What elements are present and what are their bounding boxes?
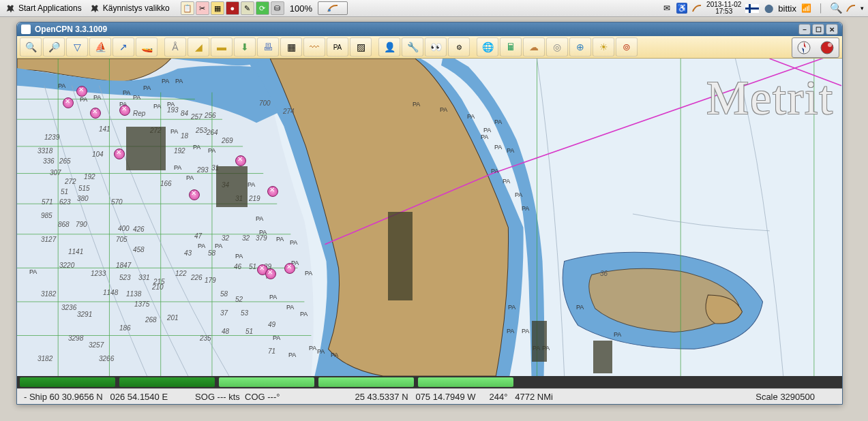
chart-segment[interactable] [318,377,414,387]
notes-icon[interactable]: ▦ [211,1,224,15]
watchdog-button[interactable]: ☀ [593,37,614,57]
search-icon[interactable]: 🔍 [830,3,841,14]
minimize-button[interactable]: – [798,24,811,35]
waypoint-marker[interactable] [76,86,87,97]
svg-point-0 [328,9,331,12]
flag-finland-icon[interactable] [745,4,759,13]
waypoint-marker[interactable] [63,97,74,108]
status-ship: - Ship 60 30.9656 N 026 54.1540 E [17,392,175,402]
opencpn-app-icon [21,25,31,34]
os-taskbar: Start Applications Käynnistys valikko 📋 … [0,0,868,17]
status-dist: 4772 NMi [515,392,553,402]
no-data-patch [388,212,413,300]
status-cursor-lon: 075 14.7949 W [415,392,475,402]
no-data-patch [216,166,248,207]
chart-piano-bar[interactable] [17,376,842,388]
binoculars-button[interactable]: 👀 [425,37,447,57]
status-sog: SOG --- kts [195,392,240,402]
main-toolbar: 🔍 🔎 ▽ ⛵ ↗ 🚤 Å ◢ ▬ ⬇ 🖶 ▦ 〰 PA ▨ 👤 🔧 👀 ⚙ 🌐… [17,36,842,59]
user-label: bittix [778,3,796,14]
zoom-percent: 100% [290,3,312,14]
opencpn-window: OpenCPN 3.3.1009 – ☐ ✕ 🔍 🔎 ▽ ⛵ ↗ 🚤 Å ◢ ▬… [16,22,843,405]
gps-status-icon [820,40,835,55]
scale-chart-button[interactable]: ▽ [66,37,88,57]
globe-button[interactable]: 🌐 [477,37,498,57]
separator-icon: │ [815,3,826,14]
colors-button[interactable]: ▦ [280,37,302,57]
grid-button[interactable]: ▨ [350,37,372,57]
no-data-patch [126,127,166,170]
no-data-patch [593,341,612,373]
track-button[interactable]: 〰 [303,37,325,57]
waypoint-marker[interactable] [267,186,278,197]
clock[interactable]: 2013-11-02 17:53 [706,1,741,15]
waypoint-marker[interactable] [90,108,101,119]
tray-chevron[interactable]: ▾ [860,5,864,12]
compass-icon [796,40,811,55]
chart-canvas[interactable]: Metrit 123933183362653072725157162398586… [17,59,842,376]
print-button[interactable]: 🖶 [257,37,279,57]
svg-point-2 [821,42,833,54]
status-cog: COG ---° [245,392,280,402]
close-button[interactable]: ✕ [826,24,838,35]
waypoint-marker[interactable] [235,155,246,166]
waypoint-marker[interactable] [189,189,200,200]
help-button[interactable]: ⊚ [616,37,638,57]
disk-icon[interactable]: ⛁ [271,1,284,15]
svg-point-3 [828,43,832,47]
status-bearing: 244° [490,392,508,402]
pen-icon[interactable]: ✎ [241,1,254,15]
opencpn-tray-icon-2[interactable] [845,3,856,14]
cat-icon [90,3,101,14]
folder-button[interactable]: ▬ [211,37,233,57]
clipboard-icon[interactable]: 📋 [181,1,194,15]
clock-time: 17:53 [706,8,741,15]
accessibility-icon[interactable]: ♿ [676,3,687,14]
route-manager-button[interactable]: 🚤 [136,37,158,57]
start-menu-finnish[interactable]: Käynnistys valikko [87,1,173,15]
opencpn-tray-icon[interactable] [691,3,702,14]
mail-icon[interactable]: ✉ [661,3,672,14]
tides-button[interactable]: Å [164,37,186,57]
calculator-button[interactable]: 🖩 [500,37,522,57]
scissors-icon[interactable]: ✂ [196,1,209,15]
chart-svg [17,59,842,376]
waypoint-marker[interactable] [284,263,295,274]
status-bar: - Ship 60 30.9656 N 026 54.1540 E SOG --… [17,388,842,404]
start-applications-menu[interactable]: Start Applications [3,1,85,15]
status-scale-value: 3290500 [780,392,815,402]
quicklaunch-tray: 📋 ✂ ▦ ● ✎ ⟳ ⛁ 100% [181,1,348,15]
globe-icon[interactable]: ⬤ [763,3,774,14]
pa-toggle-button[interactable]: PA [327,37,348,57]
chart-segment[interactable] [418,377,513,387]
record-icon[interactable]: ● [226,1,239,15]
wrench-button[interactable]: 🔧 [402,37,423,57]
refresh-icon[interactable]: ⟳ [256,1,269,15]
route-create-button[interactable]: ↗ [113,37,134,57]
zoom-out-button[interactable]: 🔎 [43,37,65,57]
cat-icon [5,3,16,14]
waypoint-marker[interactable] [119,105,130,116]
grib-button[interactable]: ☁ [523,37,545,57]
chart-download-button[interactable]: ⬇ [234,37,256,57]
currents-button[interactable]: ◢ [188,37,209,57]
zoom-in-button[interactable]: 🔍 [20,37,42,57]
chart-segment[interactable] [219,377,314,387]
maximize-button[interactable]: ☐ [812,24,824,35]
chart-segment[interactable] [119,377,215,387]
radar-button[interactable]: ◎ [546,37,568,57]
window-title: OpenCPN 3.3.1009 [35,25,107,34]
waypoint-marker[interactable] [114,149,125,159]
waypoint-marker[interactable] [265,268,276,279]
start-menu-fi-label: Käynnistys valikko [103,3,170,13]
status-cursor-lat: 25 43.5337 N [355,392,408,402]
wifi-icon[interactable]: 📶 [800,3,811,14]
chart-segment[interactable] [20,377,115,387]
settings-button[interactable]: ⚙ [448,37,470,57]
wmm-button[interactable]: ⊕ [569,37,591,57]
window-titlebar[interactable]: OpenCPN 3.3.1009 – ☐ ✕ [17,22,842,36]
own-ship-button[interactable]: ⛵ [89,37,111,57]
mob-button[interactable]: 👤 [378,37,400,57]
compass-gps-indicator[interactable] [792,37,839,58]
opencpn-taskbar-icon[interactable] [318,1,348,15]
